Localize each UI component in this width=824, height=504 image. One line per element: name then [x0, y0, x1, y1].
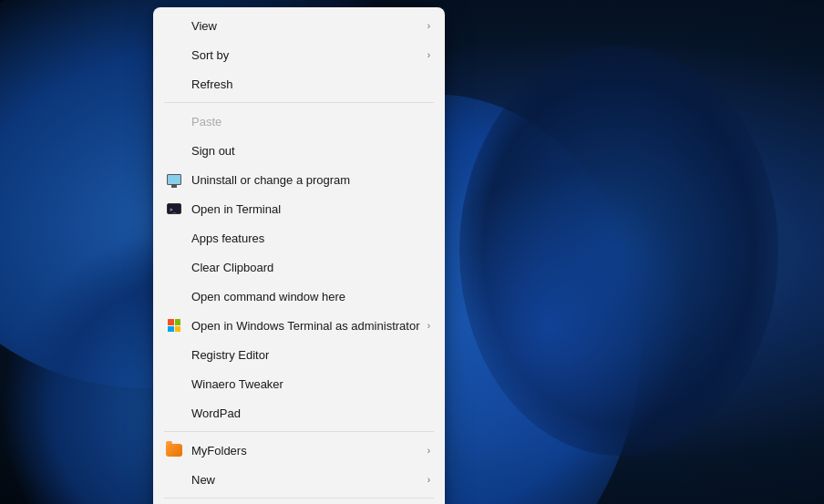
menu-item-uninstall-label: Uninstall or change a program [191, 173, 430, 187]
menu-item-refresh-label: Refresh [191, 77, 430, 91]
menu-item-winaero-label: Winaero Tweaker [191, 377, 430, 391]
myfolders-icon [164, 440, 184, 460]
menu-item-new-label: New [191, 473, 427, 487]
registry-icon [164, 345, 184, 365]
winaero-icon [164, 374, 184, 394]
menu-item-registry[interactable]: Registry Editor [153, 340, 445, 369]
menu-item-terminal-label: Open in Terminal [191, 202, 430, 216]
menu-item-clipboard[interactable]: Clear Clipboard [153, 252, 445, 282]
apps-icon [164, 228, 184, 248]
menu-item-winterminal-label: Open in Windows Terminal as administrato… [191, 319, 427, 333]
menu-item-refresh[interactable]: Refresh [153, 69, 445, 98]
divider-1 [164, 102, 434, 103]
menu-item-sortby[interactable]: Sort by › [153, 40, 445, 69]
new-arrow: › [427, 475, 430, 485]
menu-item-cmdhere[interactable]: Open command window here [153, 282, 445, 311]
terminal-icon: >_ [164, 199, 184, 219]
menu-item-signout-label: Sign out [191, 144, 430, 158]
menu-item-sortby-label: Sort by [191, 48, 427, 62]
menu-item-winaero[interactable]: Winaero Tweaker [153, 369, 445, 398]
divider-2 [164, 431, 434, 432]
menu-item-signout[interactable]: Sign out [153, 136, 445, 165]
menu-item-paste-label: Paste [191, 115, 430, 129]
wordpad-icon [164, 403, 184, 423]
sortby-icon [164, 45, 184, 65]
menu-item-apps[interactable]: Apps features [153, 223, 445, 252]
menu-item-view-label: View [191, 19, 427, 33]
divider-3 [164, 498, 434, 499]
context-menu: View › Sort by › Refresh Paste Sign out … [153, 7, 445, 504]
myfolders-arrow: › [427, 446, 430, 456]
menu-item-terminal[interactable]: >_ Open in Terminal [153, 194, 445, 223]
paste-icon [164, 111, 184, 131]
menu-item-myfolders-label: MyFolders [191, 444, 427, 458]
uninstall-icon [164, 170, 184, 190]
winterminal-icon [164, 315, 184, 335]
sortby-arrow: › [427, 50, 430, 60]
menu-item-clipboard-label: Clear Clipboard [191, 261, 430, 274]
menu-item-registry-label: Registry Editor [191, 348, 430, 362]
clipboard-icon [164, 257, 184, 277]
signout-icon [164, 140, 184, 160]
menu-item-view[interactable]: View › [153, 11, 445, 40]
menu-item-wordpad[interactable]: WordPad [153, 398, 445, 427]
refresh-icon [164, 74, 184, 94]
winterminal-arrow: › [427, 321, 430, 331]
view-icon [164, 15, 184, 36]
menu-item-uninstall[interactable]: Uninstall or change a program [153, 165, 445, 194]
menu-item-new[interactable]: New › [153, 465, 445, 494]
new-icon [164, 469, 184, 489]
view-arrow: › [427, 21, 430, 31]
menu-item-wordpad-label: WordPad [191, 406, 430, 420]
menu-item-paste[interactable]: Paste [153, 107, 445, 136]
menu-item-apps-label: Apps features [191, 231, 430, 245]
menu-item-cmdhere-label: Open command window here [191, 290, 430, 303]
cmdhere-icon [164, 286, 184, 306]
menu-item-myfolders[interactable]: MyFolders › [153, 436, 445, 465]
menu-item-winterminal[interactable]: Open in Windows Terminal as administrato… [153, 311, 445, 340]
